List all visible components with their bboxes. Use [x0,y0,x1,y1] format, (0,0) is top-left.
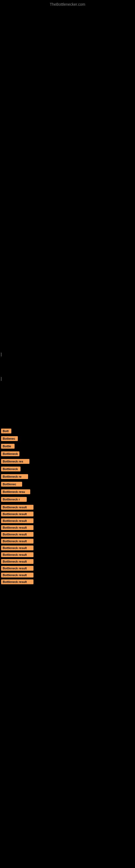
bottleneck-result-item: Bottleneck result [0,518,135,523]
bottleneck-label: Bottleneck resu [1,489,30,494]
bottleneck-result-item: Bottleneck result [0,525,135,530]
bottleneck-label: Bottleneck result [1,539,34,544]
bottleneck-result-item: Bottleneck r [0,497,135,503]
bottleneck-label: Bottleneck [1,467,20,471]
bottleneck-items-container: BottBotlenecBottleBottleneckBottleneck r… [0,429,135,586]
bottleneck-label: Bottleneck result [1,525,34,530]
bottleneck-result-item: Bottleneck result [0,532,135,537]
bottleneck-result-item: Bott [0,429,135,435]
bottleneck-result-item: Bottleneck res [0,459,135,465]
cursor-line-1 [1,352,1,356]
bottleneck-result-item: Bottle [0,444,135,450]
bottleneck-result-item: Bottleneck result [0,504,135,510]
bottleneck-label: Bottleneck [1,452,19,456]
cursor-line-2 [1,377,1,381]
bottleneck-result-item: Bottleneck [0,467,135,472]
bottleneck-label: Bottleneck re [1,474,28,479]
bottleneck-result-item: Bottleneck result [0,559,135,564]
bottleneck-label: Bottleneck result [1,566,34,571]
bottleneck-result-item: Bottleneck resu [0,489,135,495]
bottleneck-label: Bottleneck result [1,512,34,517]
bottleneck-label: Bottle [1,444,14,448]
bottleneck-label: Bottleneck result [1,552,34,557]
bottleneck-result-item: Bottleneck result [0,511,135,517]
site-title: TheBottlenecker.com [50,2,85,6]
bottleneck-label: Bottleneck result [1,559,34,564]
bottleneck-result-item: Bottleneck [0,452,135,457]
bottleneck-result-item: Bottleneck result [0,545,135,550]
bottleneck-label: Bott [1,429,11,433]
bottleneck-result-item: Bottlenec [0,482,135,488]
bottleneck-result-item: Botlenec [0,436,135,442]
bottleneck-result-item: Bottleneck result [0,565,135,571]
bottleneck-result-item: Bottleneck result [0,572,135,578]
bottleneck-label: Botlenec [1,436,18,441]
bottleneck-result-item: Bottleneck result [0,552,135,557]
bottleneck-label: Bottleneck result [1,546,34,550]
bottleneck-result-item: Bottleneck re [0,474,135,480]
bottleneck-label: Bottlenec [1,482,22,487]
bottleneck-label: Bottleneck res [1,459,30,464]
bottleneck-label: Bottleneck result [1,579,34,584]
bottleneck-label: Bottleneck result [1,505,34,510]
bottleneck-result-item: Bottleneck result [0,538,135,544]
bottleneck-label: Bottleneck result [1,518,34,523]
bottleneck-label: Bottleneck r [1,497,27,502]
bottleneck-label: Bottleneck result [1,572,34,578]
bottleneck-result-item: Bottleneck result [0,579,135,584]
bottleneck-label: Bottleneck result [1,532,34,537]
